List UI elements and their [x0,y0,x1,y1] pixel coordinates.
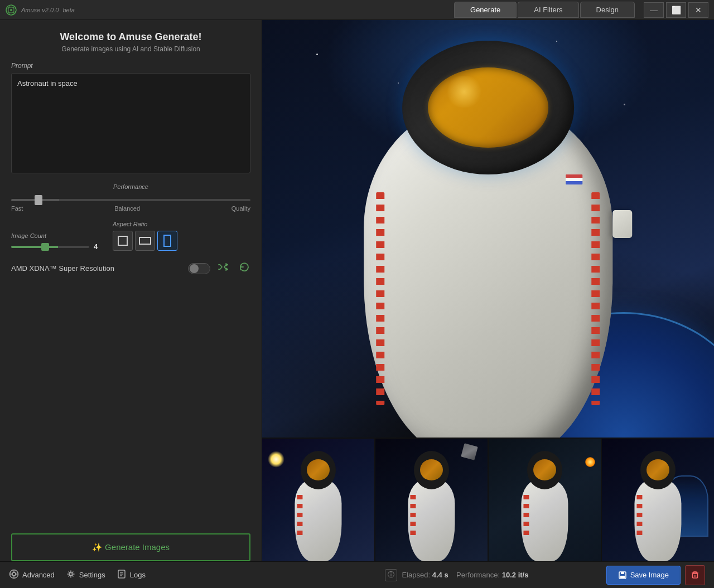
performance-slider-container [11,195,250,203]
performance-label: Performance [11,183,250,190]
welcome-subtitle: Generate images using AI and Stable Diff… [11,45,250,53]
aspect-landscape-button[interactable] [135,231,155,251]
us-flag-patch [566,174,582,184]
save-icon [618,571,627,580]
refresh-icon[interactable] [238,261,250,276]
advanced-label: Advanced [22,571,55,579]
thumb3-astronaut [505,451,584,561]
image-count-value: 4 [94,242,102,251]
aspect-ratio-buttons [113,231,177,251]
performance-slider[interactable] [11,199,250,201]
star-3 [556,41,557,42]
super-resolution-label: AMD XDNA™ Super Resolution [11,264,181,273]
square-icon [118,236,128,246]
shuffle-icon[interactable] [217,261,229,276]
prompt-input[interactable]: Astronaut in space [11,73,250,173]
aspect-ratio-label: Aspect Ratio [113,221,177,227]
logs-item[interactable]: Logs [117,569,146,581]
delete-button[interactable] [685,565,705,585]
count-slider-row: 4 [11,242,102,251]
close-button[interactable]: ✕ [688,2,708,18]
svg-rect-18 [693,574,698,578]
prompt-label: Prompt [11,62,250,70]
thumbnail-4[interactable] [602,439,714,561]
thumb3-visor [533,459,556,480]
thumb4-suit [634,479,681,562]
suit-stripe-left [377,192,385,405]
nav-tabs: Generate AI Filters Design [454,2,635,18]
action-icons [217,261,250,276]
thumb1-visor [307,459,330,480]
app-logo [6,4,17,16]
thumb2-stripe [411,495,416,536]
app-title: Amuse v2.0.0 beta [21,6,454,14]
thumbnail-3-bg [489,439,601,561]
tab-generate[interactable]: Generate [454,2,517,18]
super-resolution-row: AMD XDNA™ Super Resolution [11,261,250,276]
statusbar: Advanced Settings Logs [0,561,714,588]
logs-label: Logs [130,571,146,579]
main-image-area[interactable] [262,20,714,439]
svg-point-10 [69,572,72,575]
tab-design[interactable]: Design [580,2,635,18]
thumb3-suit [521,479,568,562]
window-controls: — ⬜ ✕ [644,2,708,18]
settings-item[interactable]: Settings [66,569,105,581]
image-count-label: Image Count [11,232,102,239]
aspect-square-button[interactable] [113,231,133,251]
performance-labels: Fast Balanced Quality [11,205,250,212]
thumbnail-1[interactable] [262,439,375,561]
astronaut-helmet [402,41,574,174]
star-4 [624,104,625,105]
image-count-group: Image Count 4 [11,232,102,251]
maximize-button[interactable]: ⬜ [666,2,686,18]
elapsed-value: 4.4 s [432,571,448,579]
generate-button[interactable]: ✨ Generate Images [11,533,250,561]
settings-label: Settings [79,571,105,579]
left-panel: Welcome to Amuse Generate! Generate imag… [0,20,262,561]
thumbnail-4-bg [602,439,714,561]
logs-icon [117,569,127,581]
thumb2-visor [420,459,443,480]
thumbnail-strip [262,439,714,561]
info-icon[interactable]: ⓘ [385,569,397,581]
advanced-item[interactable]: Advanced [9,569,55,581]
visor-reflection [440,76,488,108]
super-resolution-toggle[interactable] [188,263,210,274]
thumb4-helmet [640,451,676,489]
save-image-button[interactable]: Save Image [606,566,681,585]
thumb4-stripe [637,495,643,536]
thumb1-helmet [301,451,336,489]
aspect-portrait-button[interactable] [157,231,177,251]
portrait-icon [163,235,171,247]
tab-ai-filters[interactable]: AI Filters [518,2,578,18]
thumb2-suit [408,479,455,562]
equipment-pack [612,210,632,238]
svg-point-5 [12,572,16,576]
thumb2-helmet [414,451,449,489]
image-count-slider[interactable] [11,246,89,248]
svg-point-3 [10,9,12,11]
advanced-icon [9,569,19,581]
svg-rect-16 [621,572,624,574]
right-panel [262,20,714,561]
thumb3-helmet [527,451,562,489]
perf-balanced-label: Balanced [114,205,140,212]
delete-icon [691,571,699,580]
welcome-title: Welcome to Amuse Generate! [11,31,250,43]
thumbnail-2[interactable] [375,439,489,561]
suit-stripe-right [591,192,600,405]
performance-section: Performance Fast Balanced Quality [11,183,250,212]
star-2 [398,82,399,84]
performance-value: 10.2 it/s [502,571,529,579]
minimize-button[interactable]: — [644,2,664,18]
thumbnail-2-bg [375,439,488,561]
perf-quality-label: Quality [231,205,250,212]
thumbnail-3[interactable] [489,439,602,561]
main-content: Welcome to Amuse Generate! Generate imag… [0,20,714,561]
thumb1-suit [295,479,341,562]
titlebar: Amuse v2.0.0 beta Generate AI Filters De… [0,0,714,20]
main-generated-image [262,20,714,438]
thumb3-sun [585,457,595,467]
thumbnail-1-bg [262,439,374,561]
